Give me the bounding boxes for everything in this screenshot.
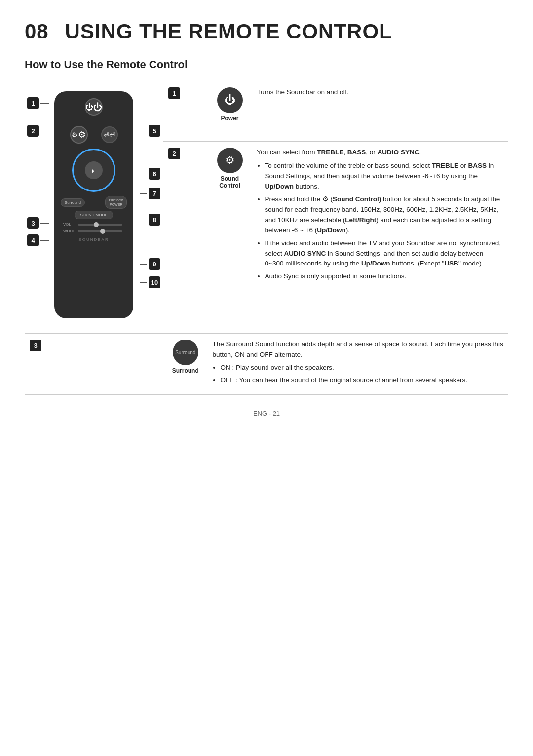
remote-body: ⏻ ⚙ ⏎ — [54, 91, 133, 318]
row2-num: 2 — [163, 142, 208, 334]
play-pause-button[interactable]: ⏯ — [85, 161, 103, 179]
list-item: If the video and audio between the TV an… — [265, 238, 504, 269]
badge-3: 3 — [30, 340, 41, 351]
vol-label: VOL — [63, 222, 76, 227]
callout-6: 6 — [140, 168, 160, 180]
row2-desc: You can select from TREBLE, BASS, or AUD… — [252, 142, 509, 334]
callout-7: 7 — [140, 188, 160, 199]
row3-icon-cell: Surround Surround — [163, 334, 208, 395]
callout-3: 3 — [27, 217, 49, 229]
bt-power-button[interactable]: BluetoothPOWER — [105, 196, 127, 209]
badge-1: 1 — [168, 87, 180, 99]
callout-1: 1 — [27, 97, 49, 109]
list-item: Press and hold the ⚙ (Sound Control) but… — [265, 194, 504, 236]
list-item: Audio Sync is only supported in some fun… — [265, 271, 504, 282]
power-label: Power — [213, 115, 247, 122]
sound-control-label: Sound Control — [213, 175, 247, 189]
woofer-label: WOOFER — [63, 229, 76, 233]
sound-control-icon: ⚙ — [217, 148, 243, 173]
list-item: ON : Play sound over all the speakers. — [221, 363, 504, 373]
row3-desc: The Surround Sound function adds depth a… — [208, 334, 509, 395]
play-pause-ring: ⏯ — [72, 149, 115, 192]
list-item: OFF : You can hear the sound of the orig… — [221, 376, 504, 386]
sound-control-button[interactable]: ⚙ — [70, 126, 88, 144]
soundbar-label: SOUNDBAR — [58, 237, 129, 242]
surround-icon: Surround — [173, 340, 198, 365]
surround-bullets: ON : Play sound over all the speakers. O… — [221, 363, 504, 386]
surround-description: The Surround Sound function adds depth a… — [213, 340, 504, 360]
row1-icon-cell: ⏻ Power — [208, 81, 252, 142]
surround-button[interactable]: Surround — [61, 198, 85, 207]
power-icon: ⏻ — [217, 87, 243, 113]
row3-num: 3 — [25, 334, 163, 395]
callout-10: 10 — [140, 276, 160, 288]
badge-2: 2 — [168, 148, 180, 159]
list-item: To control the volume of the treble or b… — [265, 161, 504, 192]
row1-num: 1 — [163, 81, 208, 142]
section-heading: How to Use the Remote Control — [25, 58, 508, 71]
surround-label: Surround — [168, 367, 203, 374]
callout-4: 4 — [27, 234, 49, 246]
volume-slider-area: VOL WOOFER — [58, 222, 129, 233]
callout-2: 2 — [27, 125, 49, 137]
table-row-surround: 3 Surround Surround The Surround Sound f… — [25, 334, 508, 395]
callout-5: 5 — [140, 125, 160, 137]
sound-mode-button[interactable]: SOUND MODE — [75, 211, 113, 219]
callout-8: 8 — [140, 214, 160, 226]
source-button[interactable]: ⏎ — [101, 126, 118, 143]
row1-desc: Turns the Soundbar on and off. — [252, 81, 509, 142]
remote-diagram-cell: ⏻ ⚙ ⏎ — [25, 81, 163, 334]
page-footer: ENG - 21 — [25, 410, 508, 417]
content-table: ⏻ ⚙ ⏎ — [25, 81, 508, 395]
power-button[interactable]: ⏻ — [85, 98, 103, 116]
row2-icon-cell: ⚙ Sound Control — [208, 142, 252, 334]
callout-9: 9 — [140, 258, 160, 270]
table-row-remote-and-power: ⏻ ⚙ ⏎ — [25, 81, 508, 142]
page-title: 08 USING THE REMOTE CONTROL — [25, 20, 508, 43]
row2-bullets: To control the volume of the treble or b… — [265, 161, 504, 282]
